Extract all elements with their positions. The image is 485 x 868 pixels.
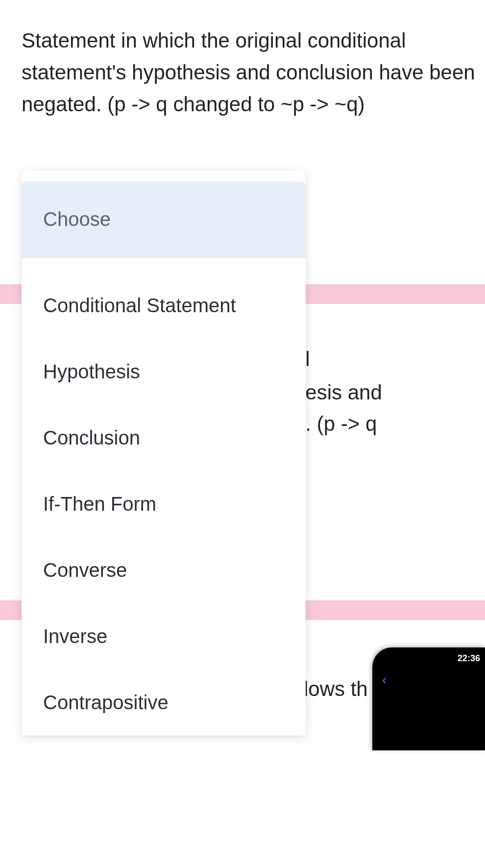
answer-dropdown[interactable]: Choose Conditional Statement Hypothesis … bbox=[22, 171, 306, 736]
background-text-fragment: lows th bbox=[304, 673, 368, 705]
background-text-fragment: d. (p -> q bbox=[294, 408, 377, 440]
dropdown-top-cap bbox=[22, 171, 306, 181]
question-text: Statement in which the original conditio… bbox=[0, 0, 485, 120]
dropdown-placeholder: Choose bbox=[43, 208, 111, 230]
background-text-fragment: nesis and bbox=[294, 376, 382, 408]
dropdown-option-inverse[interactable]: Inverse bbox=[22, 603, 306, 670]
dropdown-options-list: Conditional Statement Hypothesis Conclus… bbox=[22, 258, 306, 736]
phone-preview: 22:36 ‹ bbox=[372, 647, 485, 750]
dropdown-selected[interactable]: Choose bbox=[22, 181, 306, 258]
back-chevron-icon[interactable]: ‹ bbox=[382, 672, 387, 688]
dropdown-option-conclusion[interactable]: Conclusion bbox=[22, 405, 306, 471]
dropdown-option-conditional-statement[interactable]: Conditional Statement bbox=[22, 273, 306, 339]
dropdown-option-converse[interactable]: Converse bbox=[22, 537, 306, 603]
dropdown-option-hypothesis[interactable]: Hypothesis bbox=[22, 339, 306, 405]
dropdown-option-if-then-form[interactable]: If-Then Form bbox=[22, 471, 306, 537]
phone-time: 22:36 bbox=[458, 653, 480, 664]
dropdown-option-contrapositive[interactable]: Contrapositive bbox=[22, 670, 306, 736]
